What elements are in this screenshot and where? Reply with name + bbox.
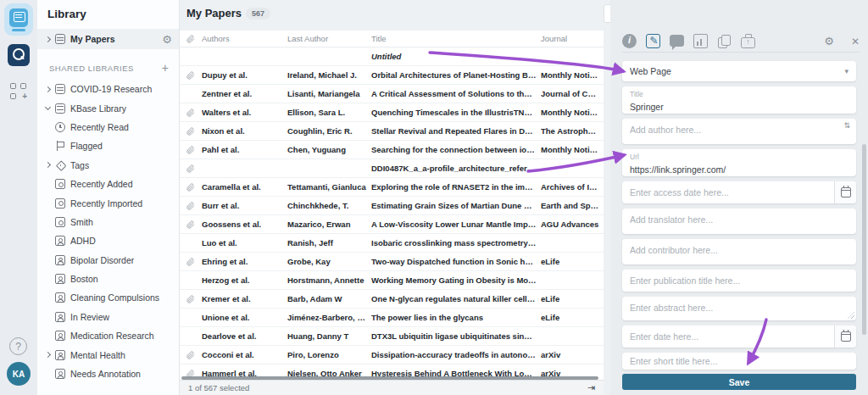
translator-field[interactable]: Add translator here... [622, 209, 856, 234]
table-row[interactable]: Unione et al. Jiménez-Barbero, Jesús The… [180, 309, 604, 327]
cell-title: DTX3L ubiquitin ligase ubiquitinates sin… [371, 331, 541, 341]
chevron-icon[interactable] [44, 142, 53, 150]
calendar-button[interactable] [834, 325, 856, 348]
search-nav-icon[interactable] [8, 44, 30, 66]
info-icon[interactable] [622, 34, 637, 48]
panel-scrollbar[interactable] [862, 144, 866, 335]
table-row[interactable]: Zentner et al. Lisanti, Mariangela A Cri… [180, 85, 604, 103]
chevron-icon[interactable] [44, 256, 53, 264]
column-header-authors[interactable]: Authors [202, 34, 287, 43]
sidebar-item[interactable]: Tags [37, 156, 179, 175]
copies-icon[interactable] [717, 34, 732, 48]
column-header-last-author[interactable]: Last Author [287, 34, 371, 43]
sidebar-item[interactable]: ADHD [37, 231, 179, 250]
date-placeholder: Enter date here... [622, 331, 834, 342]
paperclip-column-icon[interactable] [180, 35, 202, 43]
chevron-icon[interactable] [44, 161, 53, 170]
details-panel: ✎ ⚙ ✕ Web Page ▾ Title Springer Add auth… [610, 0, 868, 395]
chevron-right-icon[interactable] [44, 35, 53, 43]
chevron-icon[interactable] [44, 180, 53, 188]
url-field[interactable]: Url https://link.springer.com/ [622, 149, 856, 176]
sidebar-item-my-papers[interactable]: My Papers ⚙ [37, 29, 179, 49]
sidebar-item[interactable]: KBase Library [37, 98, 179, 117]
chevron-icon[interactable] [44, 351, 53, 359]
author-sort-icon[interactable]: ⇅ [843, 121, 850, 130]
table-row[interactable]: Goossens et al. Mazarico, Erwan A Low-Vi… [180, 215, 604, 234]
sidebar-item[interactable]: Flagged [37, 136, 179, 155]
sidebar-item[interactable]: Cleaning Compulsions [37, 288, 179, 307]
metrics-icon[interactable] [693, 34, 708, 48]
table-row[interactable]: Herzog et al. Horstmann, Annette Working… [180, 271, 604, 290]
chevron-icon[interactable] [44, 85, 53, 93]
sidebar-item[interactable]: Recently Imported [37, 193, 179, 212]
publication-title-field[interactable]: Enter publication title here... [622, 270, 856, 292]
skip-to-end-icon[interactable]: ⇥ [587, 382, 595, 393]
table-row[interactable]: Kremer et al. Barb, Adam W One N-glycan … [180, 290, 604, 309]
table-row[interactable]: Untitled [180, 47, 604, 66]
resize-handle[interactable] [848, 312, 854, 319]
library-sidebar: Library My Papers ⚙ SHARED LIBRARIES + C… [37, 0, 180, 395]
chevron-icon[interactable] [44, 370, 53, 378]
reference-type-select[interactable]: Web Page ▾ [622, 61, 856, 81]
chevron-icon[interactable] [44, 313, 53, 321]
paperclip-icon [180, 295, 202, 303]
avatar[interactable]: KA [7, 362, 31, 386]
sidebar-item[interactable]: In Review [37, 308, 179, 326]
url-field-label: Url [630, 153, 849, 161]
sidebar-item[interactable]: Recently Added [37, 175, 179, 193]
cell-title: A Critical Assessment of Solutions to th… [371, 89, 541, 98]
library-app-icon[interactable] [4, 3, 33, 36]
chevron-icon[interactable] [44, 218, 53, 226]
chevron-icon[interactable] [44, 123, 53, 131]
sidebar-item[interactable]: Recently Read [37, 118, 179, 136]
list-icon [55, 350, 65, 360]
chevron-icon[interactable] [44, 104, 53, 113]
sidebar-item[interactable]: Medication Research [37, 326, 179, 345]
short-title-field[interactable]: Enter short title here... [622, 353, 856, 370]
chevron-icon[interactable] [44, 236, 53, 245]
table-row[interactable]: Ehring et al. Grobe, Kay Two-way Dispatc… [180, 253, 604, 271]
table-row[interactable]: Hammerl et al. Nielsen, Otto Anker Hyste… [180, 364, 604, 376]
table-row[interactable]: Nixon et al. Coughlin, Eric R. Stellar R… [180, 122, 604, 141]
publication-title-placeholder: Enter publication title here... [630, 275, 849, 286]
abstract-field[interactable]: Enter abstract here... [622, 297, 856, 320]
contributor-field[interactable]: Add contributor here... [622, 239, 856, 264]
author-field[interactable]: Add author here... ⇅ [622, 119, 856, 144]
gear-icon[interactable]: ⚙ [162, 33, 172, 46]
column-header-title[interactable]: Title [371, 34, 541, 43]
chevron-icon[interactable] [44, 293, 53, 302]
table-row[interactable]: DDI0487K_a_a-profile_architecture_refere… [180, 159, 604, 178]
export-icon[interactable] [741, 37, 755, 48]
edit-icon[interactable]: ✎ [646, 34, 660, 48]
add-library-icon[interactable]: + [159, 61, 172, 75]
chevron-icon[interactable] [44, 331, 53, 340]
sidebar-item[interactable]: Mental Health [37, 345, 179, 364]
table-row[interactable]: Dupuy et al. Ireland, Michael J. Orbital… [180, 66, 604, 85]
close-icon[interactable]: ✕ [851, 36, 860, 47]
table-row[interactable]: Burr et al. Chinchkhede, T. Estimating G… [180, 197, 604, 215]
gear-icon[interactable]: ⚙ [824, 35, 834, 47]
sidebar-item[interactable]: Needs Annotation [37, 364, 179, 383]
sidebar-item[interactable]: Bipolar Disorder [37, 251, 179, 270]
table-row[interactable]: Cocconi et al. Piro, Lorenzo Dissipation… [180, 346, 604, 364]
table-row[interactable]: Luo et al. Ranish, Jeff Isobaric crossli… [180, 234, 604, 253]
table-row[interactable]: Walters et al. Ellison, Sara L. Quenchin… [180, 103, 604, 122]
title-field[interactable]: Title Springer [622, 86, 856, 114]
save-button[interactable]: Save [622, 374, 856, 390]
apps-grid-icon[interactable]: + [10, 83, 26, 99]
date-field[interactable]: Enter date here... [622, 325, 856, 348]
table-row[interactable]: Dearlove et al. Huang, Danny T DTX3L ubi… [180, 327, 604, 346]
column-header-journal[interactable]: Journal [541, 34, 604, 43]
calendar-button[interactable] [834, 181, 856, 203]
access-date-field[interactable]: Enter access date here... [622, 181, 856, 203]
sidebar-item[interactable]: Boston [37, 270, 179, 288]
sidebar-item[interactable]: COVID-19 Research [37, 80, 179, 98]
cell-title: Hysteresis Behind A Bottleneck With Loca… [371, 369, 541, 376]
sidebar-item[interactable]: Smith [37, 213, 179, 231]
table-row[interactable]: Pahl et al. Chen, Yuguang Searching for … [180, 141, 604, 159]
chevron-icon[interactable] [44, 275, 53, 283]
comment-icon[interactable] [670, 35, 684, 47]
table-row[interactable]: Caramella et al. Tettamanti, Gianluca Ex… [180, 178, 604, 197]
help-icon[interactable]: ? [9, 337, 27, 355]
chevron-icon[interactable] [44, 199, 53, 208]
